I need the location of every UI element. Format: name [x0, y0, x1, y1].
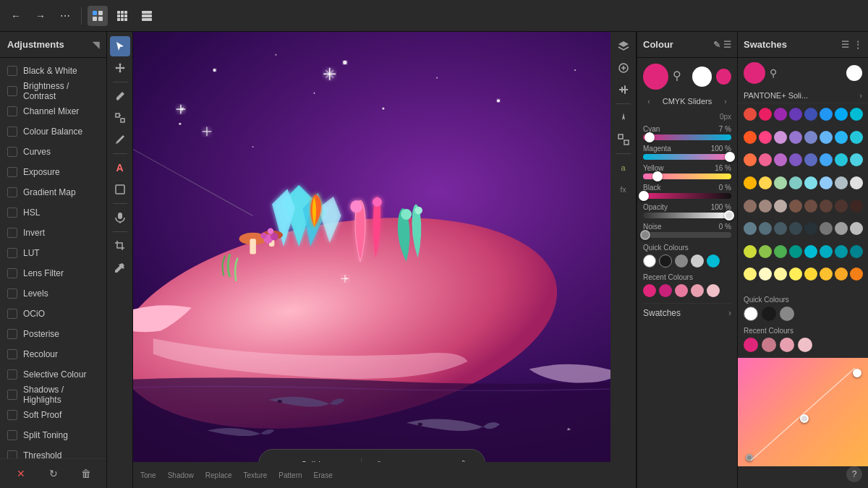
rc-swatch-3[interactable]: [675, 284, 688, 297]
effects-tool[interactable]: [613, 58, 634, 78]
adj-check-2[interactable]: [7, 106, 17, 116]
adj-check-16[interactable]: [7, 390, 17, 400]
sw-grid-dot-7[interactable]: [850, 108, 863, 121]
colour-prev-swatch[interactable]: [716, 69, 731, 85]
forward-button[interactable]: →: [30, 6, 51, 26]
colour-menu-icon[interactable]: ☰: [723, 40, 731, 50]
canvas-label-shadow[interactable]: Shadow: [168, 471, 194, 479]
sw-grid-dot-53[interactable]: [820, 245, 833, 258]
sw-grid-dot-11[interactable]: [789, 131, 802, 144]
magenta-slider[interactable]: [643, 154, 731, 160]
select-tool[interactable]: [110, 36, 130, 56]
adj-item-black-&-white[interactable]: Black & White: [0, 61, 106, 81]
adj-check-10[interactable]: [7, 268, 17, 278]
adj-check-9[interactable]: [7, 248, 17, 258]
sw-grid-dot-22[interactable]: [835, 153, 848, 166]
sw-grid-dot-5[interactable]: [820, 108, 833, 121]
colour-edit-icon[interactable]: ✎: [713, 40, 720, 50]
sw-grid-dot-56[interactable]: [744, 267, 757, 281]
canvas-label-texture[interactable]: Texture: [244, 471, 268, 479]
cyan-slider[interactable]: [643, 134, 731, 140]
adj-item-brightness-contrast[interactable]: Brightness / Contrast: [0, 81, 106, 101]
transform-rt-tool[interactable]: [613, 129, 634, 150]
sw-grid-dot-19[interactable]: [789, 153, 802, 166]
adj-check-11[interactable]: [7, 288, 17, 299]
colour-secondary-swatch[interactable]: [692, 67, 712, 87]
colour-next-mode-button[interactable]: ›: [720, 95, 731, 107]
fr-qc-black[interactable]: [762, 307, 776, 321]
canvas-label-pattern[interactable]: Pattern: [278, 471, 302, 479]
adj-check-1[interactable]: [7, 86, 17, 96]
sw-grid-dot-8[interactable]: [744, 131, 757, 144]
adj-delete-button[interactable]: 🗑: [76, 463, 96, 484]
magenta-thumb[interactable]: [725, 152, 735, 162]
yellow-slider[interactable]: [643, 174, 731, 179]
sw-grid-dot-61[interactable]: [820, 267, 833, 281]
cyan-thumb[interactable]: [644, 132, 655, 142]
black-slider[interactable]: [643, 193, 731, 199]
adj-check-7[interactable]: [7, 207, 17, 218]
pantone-row[interactable]: PANTONE+ Soli... ›: [738, 88, 868, 103]
qc-swatch-white[interactable]: [643, 254, 656, 267]
adj-check-8[interactable]: [7, 228, 17, 238]
opacity-thumb[interactable]: [724, 210, 734, 221]
sw-grid-dot-21[interactable]: [820, 153, 833, 166]
sw-grid-dot-38[interactable]: [835, 200, 848, 213]
sw-grid-dot-46[interactable]: [835, 222, 848, 235]
pen-tool[interactable]: [110, 129, 130, 150]
sw-grid-dot-14[interactable]: [835, 131, 848, 144]
table-button[interactable]: [137, 6, 157, 26]
sw-grid-dot-50[interactable]: [774, 245, 787, 258]
sw-grid-dot-57[interactable]: [759, 267, 772, 281]
swatches-link[interactable]: Swatches ›: [643, 303, 731, 322]
sw-grid-dot-58[interactable]: [774, 267, 787, 281]
eyedropper-tool[interactable]: [110, 257, 130, 278]
sw-grid-dot-12[interactable]: [804, 131, 817, 144]
sw-grid-dot-47[interactable]: [850, 222, 863, 235]
adj-item-threshold[interactable]: Threshold: [0, 445, 106, 458]
sw-grid-dot-27[interactable]: [789, 176, 802, 189]
adj-item-invert[interactable]: Invert: [0, 223, 106, 243]
sw-grid-dot-9[interactable]: [759, 131, 772, 144]
adj-check-13[interactable]: [7, 329, 17, 339]
crop-tool[interactable]: [110, 236, 130, 256]
layers-tool[interactable]: [613, 36, 634, 56]
sw-list-icon[interactable]: ☰: [841, 40, 849, 50]
adj-check-0[interactable]: [7, 66, 17, 76]
microphone-tool[interactable]: [110, 207, 130, 228]
gradient-preview[interactable]: [738, 358, 868, 466]
canvas-label-tone[interactable]: Tone: [140, 471, 156, 479]
rc-swatch-5[interactable]: [707, 284, 720, 297]
adj-item-soft-proof[interactable]: Soft Proof: [0, 405, 106, 425]
adj-item-selective-colour[interactable]: Selective Colour: [0, 364, 106, 385]
adj-check-19[interactable]: [7, 450, 17, 458]
adj-item-lens-filter[interactable]: Lens Filter: [0, 263, 106, 283]
colour-prev-mode-button[interactable]: ‹: [643, 95, 655, 107]
sw-grid-dot-17[interactable]: [759, 153, 772, 166]
sw-grid-dot-43[interactable]: [789, 222, 802, 235]
colour-eyedropper-icon[interactable]: ⚲: [673, 69, 688, 85]
sw-grid-dot-35[interactable]: [789, 200, 802, 213]
sw-grid-dot-42[interactable]: [774, 222, 787, 235]
sw-grid-dot-62[interactable]: [835, 267, 848, 281]
fr-rc-4[interactable]: [798, 338, 812, 352]
sw-grid-dot-0[interactable]: [744, 108, 757, 121]
shape-tool[interactable]: [110, 179, 130, 200]
adjustments-collapse-icon[interactable]: ◥: [93, 40, 99, 50]
canvas-area[interactable]: ‹ Solid › ↻ ↼ □ 🗑 Tone Shadow Replace Te…: [133, 32, 610, 488]
brush-tool[interactable]: [110, 86, 130, 106]
sw-main-swatch[interactable]: [744, 62, 765, 84]
sw-grid-dot-39[interactable]: [850, 200, 863, 213]
adj-item-lut[interactable]: LUT: [0, 243, 106, 263]
adj-item-recolour[interactable]: Recolour: [0, 344, 106, 364]
sw-grid-dot-10[interactable]: [774, 131, 787, 144]
adj-item-exposure[interactable]: Exposure: [0, 162, 106, 182]
colour-main-swatch[interactable]: [643, 64, 668, 90]
sw-grid-dot-16[interactable]: [744, 153, 757, 166]
sw-grid-dot-54[interactable]: [835, 245, 848, 258]
sw-grid-dot-33[interactable]: [759, 200, 772, 213]
adj-check-6[interactable]: [7, 187, 17, 197]
adj-check-18[interactable]: [7, 430, 17, 440]
rc-swatch-4[interactable]: [691, 284, 704, 297]
help-button[interactable]: ?: [846, 466, 862, 482]
